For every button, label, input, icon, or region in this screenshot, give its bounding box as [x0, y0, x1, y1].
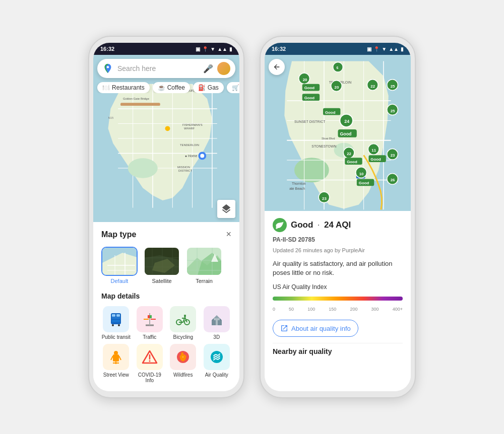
- chip-gas-label: Gas: [208, 84, 219, 91]
- phone2-status-bar: 16:32 ▣ 📍 ▼ ▲▲ ▮: [265, 43, 411, 55]
- map-type-default-label: Default: [111, 278, 129, 284]
- svg-text:Golden Gate Bridge: Golden Gate Bridge: [123, 97, 149, 100]
- 3d-icon: [209, 311, 225, 327]
- phone2-screen: 16:32 ▣ 📍 ▼ ▲▲ ▮: [265, 43, 411, 391]
- close-button[interactable]: ×: [226, 229, 231, 240]
- sim-icon: ▣: [196, 46, 200, 52]
- detail-transit-label: Public transit: [102, 334, 131, 340]
- map-svg: Golden Gate Bridge FISHERMAN'S WHARF TEN…: [93, 55, 239, 222]
- detail-bicycling[interactable]: Bicycling: [168, 306, 198, 340]
- detail-street-view[interactable]: Street View: [101, 344, 131, 383]
- volume-down-button[interactable]: [243, 125, 244, 143]
- svg-text:20: 20: [335, 85, 339, 90]
- aqi-value: 24 AQI: [324, 220, 351, 230]
- map-view[interactable]: Golden Gate Bridge FISHERMAN'S WHARF TEN…: [93, 55, 239, 222]
- svg-text:Good: Good: [347, 160, 357, 164]
- streetview-icon-wrap: [103, 344, 129, 370]
- svg-text:ate Beach: ate Beach: [289, 187, 305, 190]
- aqi-bar-ticks: 0 50 100 150 200 300 400+: [273, 307, 403, 312]
- svg-text:25: 25: [391, 84, 395, 89]
- phone2-volume-up-button[interactable]: [415, 102, 416, 120]
- coffee-icon: ☕: [158, 84, 165, 91]
- detail-covid[interactable]: COVID-19 Info: [135, 344, 165, 383]
- chip-coffee[interactable]: ☕ Coffee: [153, 82, 190, 93]
- detail-3d[interactable]: 3D: [202, 306, 232, 340]
- back-button[interactable]: [269, 59, 285, 75]
- chip-gas[interactable]: ⛽ Gas: [193, 82, 224, 93]
- svg-text:TENDERLOIN: TENDERLOIN: [180, 143, 199, 147]
- microphone-icon[interactable]: 🎤: [203, 64, 213, 74]
- aqi-updated: Updated 26 minutes ago by PurpleAir: [273, 247, 403, 253]
- detail-streetview-label: Street View: [103, 372, 129, 378]
- detail-traffic[interactable]: Traffic: [135, 306, 165, 340]
- map-type-sheet: Map type ×: [93, 222, 239, 391]
- phone2-power-button[interactable]: [260, 117, 261, 142]
- detail-air-quality[interactable]: Air Quality: [202, 344, 232, 383]
- svg-marker-68: [220, 318, 222, 320]
- svg-rect-50: [112, 314, 115, 317]
- external-link-icon: [280, 324, 288, 332]
- search-placeholder[interactable]: Search here: [117, 64, 199, 73]
- default-thumb-svg: [102, 248, 138, 276]
- map-type-default-thumb[interactable]: [101, 247, 138, 276]
- power-button[interactable]: [88, 117, 89, 142]
- traffic-icon-wrap: [137, 306, 163, 332]
- layers-button[interactable]: [217, 200, 235, 218]
- aqi-dot: ·: [318, 220, 320, 230]
- phone-1: 16:32 ▣ 📍 ▼ ▲▲ ▮: [88, 36, 244, 398]
- status-bar: 16:32 ▣ 📍 ▼ ▲▲ ▮: [93, 43, 239, 55]
- transit-icon-wrap: [103, 306, 129, 332]
- svg-text:11: 11: [371, 148, 376, 153]
- maps-logo: [102, 63, 113, 74]
- svg-point-54: [112, 324, 114, 326]
- svg-text:6: 6: [337, 66, 339, 69]
- svg-text:Good: Good: [304, 86, 315, 90]
- user-avatar[interactable]: [217, 62, 230, 75]
- detail-wildfires[interactable]: Wildfires: [168, 344, 198, 383]
- svg-text:WHARF: WHARF: [184, 127, 195, 130]
- chip-restaurants[interactable]: 🍽️ Restaurants: [97, 82, 150, 93]
- nearby-air-quality-label: Nearby air quality: [273, 343, 403, 355]
- svg-text:23: 23: [391, 153, 395, 158]
- map-type-terrain[interactable]: Terrain: [186, 247, 222, 284]
- aqi-panel: Good · 24 AQI PA-II-SD 20785 Updated 26 …: [265, 211, 411, 391]
- svg-text:FISHERMAN'S: FISHERMAN'S: [182, 123, 203, 126]
- search-bar[interactable]: Search here 🎤: [97, 59, 235, 78]
- aqi-map-svg: TENDERLOIN SUNSET DISTRICT STONESTOWN Th…: [265, 55, 411, 211]
- map-type-grid: Default: [101, 247, 231, 284]
- airquality-icon: [209, 349, 225, 365]
- phone2-status-icons: ▣ 📍 ▼ ▲▲ ▮: [367, 46, 404, 52]
- svg-text:● Home: ● Home: [185, 154, 198, 158]
- phone2-signal-icon: ▲▲: [389, 46, 399, 52]
- map-type-default[interactable]: Default: [101, 247, 138, 284]
- map-type-satellite-thumb[interactable]: [144, 247, 180, 276]
- aqi-info-button[interactable]: About air quality info: [273, 320, 358, 337]
- svg-text:Sloat Blvd: Sloat Blvd: [322, 137, 335, 140]
- detail-airquality-label: Air Quality: [205, 372, 228, 378]
- covid-icon: [142, 349, 158, 365]
- volume-up-button[interactable]: [243, 102, 244, 120]
- detail-wildfires-label: Wildfires: [173, 372, 193, 378]
- grocer-icon: 🛒: [232, 84, 239, 91]
- map-details-grid: Public transit: [101, 306, 231, 383]
- map-type-terrain-thumb[interactable]: [186, 247, 222, 276]
- gas-icon: ⛽: [198, 84, 206, 91]
- detail-transit[interactable]: Public transit: [101, 306, 131, 340]
- svg-text:22: 22: [370, 84, 375, 89]
- svg-rect-53: [112, 320, 120, 322]
- svg-point-11: [128, 158, 158, 178]
- leaf-icon: [275, 221, 284, 230]
- aqi-quality-value: Good · 24 AQI: [291, 220, 351, 230]
- svg-marker-67: [212, 318, 214, 320]
- phone2-volume-down-button[interactable]: [415, 125, 416, 143]
- sheet-header: Map type ×: [101, 229, 231, 240]
- chip-coffee-label: Coffee: [167, 84, 185, 91]
- chip-restaurants-label: Restaurants: [112, 84, 145, 91]
- wildfire-icon: [175, 349, 191, 365]
- map-type-satellite[interactable]: Satellite: [144, 247, 180, 284]
- svg-text:Good: Good: [304, 96, 315, 100]
- chip-grocer[interactable]: 🛒 Grocer: [227, 82, 239, 93]
- phone2-map-view[interactable]: TENDERLOIN SUNSET DISTRICT STONESTOWN Th…: [265, 55, 411, 211]
- svg-text:22: 22: [347, 152, 351, 156]
- aqi-good-icon: [273, 218, 287, 232]
